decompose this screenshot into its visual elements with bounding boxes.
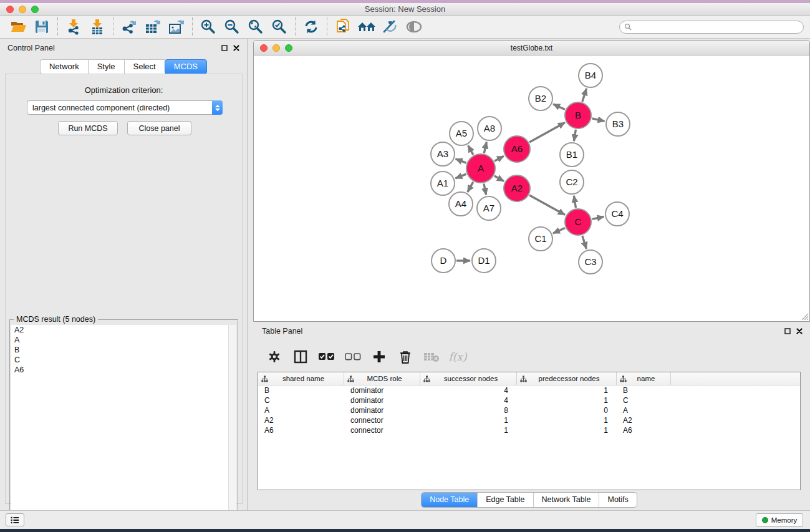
graph-node-B3[interactable]: B3 bbox=[606, 112, 630, 136]
graph-node-B2[interactable]: B2 bbox=[529, 87, 552, 110]
graph-node-A3[interactable]: A3 bbox=[431, 142, 455, 166]
graph-edge-B-B4[interactable] bbox=[582, 89, 587, 102]
graph-edge-A-A8[interactable] bbox=[484, 142, 486, 153]
memory-button[interactable]: Memory bbox=[756, 513, 803, 527]
graph-node-A8[interactable]: A8 bbox=[478, 117, 501, 140]
graph-node-C[interactable]: C bbox=[565, 209, 591, 235]
function-builder-icon[interactable]: f(x) bbox=[447, 347, 468, 366]
apply-layout-icon[interactable] bbox=[299, 17, 323, 37]
zoom-in-icon[interactable] bbox=[196, 17, 220, 37]
table-row[interactable]: Adominator80A bbox=[258, 405, 800, 415]
export-table-icon[interactable] bbox=[141, 17, 165, 37]
graph-node-A1[interactable]: A1 bbox=[431, 172, 455, 195]
table-row[interactable]: A2connector11A2 bbox=[258, 415, 800, 425]
graph-edge-C-C3[interactable] bbox=[582, 236, 587, 249]
graph-node-C2[interactable]: C2 bbox=[560, 170, 584, 194]
open-session-icon[interactable] bbox=[6, 17, 30, 37]
graph-edge-A2-C[interactable] bbox=[529, 195, 565, 215]
tab-mcds[interactable]: MCDS bbox=[165, 59, 207, 74]
tab-select[interactable]: Select bbox=[124, 59, 165, 74]
table-row[interactable]: Bdominator41B bbox=[258, 385, 800, 395]
run-mcds-button[interactable]: Run MCDS bbox=[58, 121, 118, 135]
save-session-icon[interactable] bbox=[30, 17, 54, 37]
scrollbar-track[interactable] bbox=[228, 325, 236, 532]
table-settings-icon[interactable] bbox=[264, 347, 285, 366]
graph-edge-C-C2[interactable] bbox=[574, 196, 576, 208]
graph-edge-C-C1[interactable] bbox=[553, 228, 565, 233]
search-box[interactable] bbox=[619, 21, 804, 34]
split-columns-icon[interactable] bbox=[290, 347, 311, 366]
graph-node-A4[interactable]: A4 bbox=[449, 192, 473, 216]
first-neighbors-icon[interactable] bbox=[355, 17, 378, 37]
column-header-name[interactable]: name bbox=[617, 372, 671, 385]
tab-node-table[interactable]: Node Table bbox=[422, 493, 478, 507]
float-table-panel-icon[interactable] bbox=[784, 328, 791, 334]
column-header-MCDS-role[interactable]: MCDS role bbox=[344, 372, 420, 385]
graph-node-C1[interactable]: C1 bbox=[529, 227, 552, 251]
graph-edge-A6-B[interactable] bbox=[529, 123, 565, 142]
new-network-from-selection-icon[interactable] bbox=[331, 17, 355, 37]
resize-grip-icon[interactable] bbox=[801, 312, 809, 321]
tab-network[interactable]: Network bbox=[40, 59, 88, 74]
import-network-icon[interactable] bbox=[62, 17, 85, 37]
delete-table-icon[interactable] bbox=[421, 347, 442, 366]
close-table-panel-icon[interactable] bbox=[796, 328, 803, 334]
graph-edge-A-A6[interactable] bbox=[494, 156, 504, 161]
deselect-all-checkboxes-icon[interactable] bbox=[342, 347, 364, 366]
tab-network-table[interactable]: Network Table bbox=[534, 493, 600, 507]
zoom-fit-icon[interactable] bbox=[244, 17, 268, 37]
graph-node-B4[interactable]: B4 bbox=[579, 64, 602, 87]
graph-edge-A-A5[interactable] bbox=[468, 145, 473, 155]
graphics-details-icon[interactable] bbox=[378, 17, 402, 37]
graph-node-A2[interactable]: A2 bbox=[504, 175, 530, 201]
delete-column-icon[interactable] bbox=[395, 347, 416, 366]
graph-edge-B-B1[interactable] bbox=[574, 130, 576, 142]
tab-style[interactable]: Style bbox=[88, 59, 124, 74]
import-table-icon[interactable] bbox=[85, 17, 109, 37]
column-header-shared-name[interactable]: shared name bbox=[258, 372, 344, 385]
graph-node-D[interactable]: D bbox=[432, 249, 455, 273]
graph-node-B[interactable]: B bbox=[565, 102, 591, 128]
graph-node-A6[interactable]: A6 bbox=[504, 136, 530, 162]
mcds-result-item[interactable]: C bbox=[11, 355, 236, 365]
graph-edge-C-C4[interactable] bbox=[592, 216, 604, 219]
float-panel-icon[interactable] bbox=[221, 45, 228, 51]
graph-node-A5[interactable]: A5 bbox=[450, 122, 473, 145]
network-window-titlebar[interactable]: testGlobe.txt bbox=[254, 41, 809, 56]
graph-node-A[interactable]: A bbox=[466, 154, 495, 183]
graph-edge-A-A4[interactable] bbox=[468, 182, 473, 192]
column-header-predecessor-nodes[interactable]: predecessor nodes bbox=[517, 372, 617, 385]
zoom-out-icon[interactable] bbox=[220, 17, 244, 37]
network-canvas[interactable]: AA6A2BCA5A8A3A1A4A7B4B2B3B1C2C4C1C3DD1 bbox=[254, 56, 809, 321]
graph-node-D1[interactable]: D1 bbox=[472, 249, 496, 273]
graph-edge-A-A2[interactable] bbox=[494, 176, 504, 181]
graph-edge-A-A1[interactable] bbox=[455, 174, 466, 178]
criterion-dropdown[interactable]: largest connected component (directed) bbox=[27, 100, 223, 115]
graph-edge-A-A3[interactable] bbox=[456, 159, 466, 163]
column-header-successor-nodes[interactable]: successor nodes bbox=[420, 372, 517, 385]
graph-node-A7[interactable]: A7 bbox=[477, 196, 501, 220]
tab-edge-table[interactable]: Edge Table bbox=[478, 493, 533, 507]
graph-edge-A-A7[interactable] bbox=[484, 183, 486, 195]
table-row[interactable]: Cdominator41C bbox=[258, 395, 800, 405]
mcds-result-item[interactable]: A bbox=[11, 335, 236, 345]
add-column-icon[interactable] bbox=[369, 347, 390, 366]
zoom-selected-icon[interactable] bbox=[268, 17, 291, 37]
table-row[interactable]: A6connector11A6 bbox=[258, 425, 800, 435]
export-network-icon[interactable] bbox=[117, 17, 141, 37]
select-all-checkboxes-icon[interactable] bbox=[316, 347, 337, 366]
graph-node-C3[interactable]: C3 bbox=[579, 250, 602, 274]
graph-edge-B-B2[interactable] bbox=[553, 104, 565, 110]
show-hide-icon[interactable] bbox=[402, 17, 426, 37]
close-panel-icon[interactable] bbox=[233, 45, 239, 51]
task-history-button[interactable] bbox=[6, 513, 24, 526]
graph-node-C4[interactable]: C4 bbox=[605, 202, 629, 226]
mcds-result-item[interactable]: A6 bbox=[11, 365, 236, 375]
close-panel-button[interactable]: Close panel bbox=[127, 121, 191, 135]
export-image-icon[interactable] bbox=[165, 17, 188, 37]
graph-edge-B-B3[interactable] bbox=[592, 118, 604, 121]
mcds-result-item[interactable]: B bbox=[11, 345, 236, 355]
tab-motifs[interactable]: Motifs bbox=[599, 493, 636, 507]
search-input[interactable] bbox=[634, 22, 803, 31]
mcds-result-item[interactable]: A2 bbox=[11, 325, 236, 335]
